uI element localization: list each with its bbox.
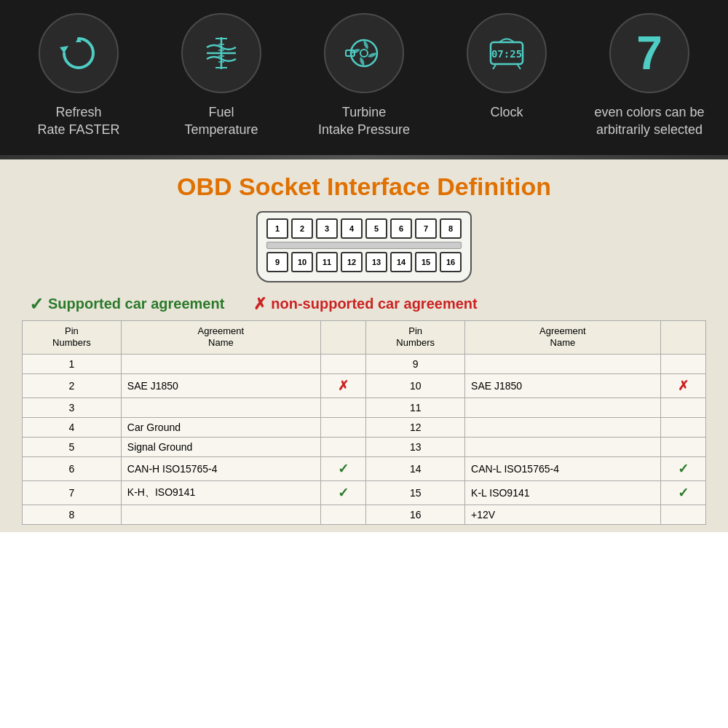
table-row: 7 K-H、ISO9141 ✓ 15 K-L ISO9141 ✓ bbox=[23, 481, 706, 505]
feature-refresh: RefreshRate FASTER bbox=[13, 13, 144, 139]
pin-right: 14 bbox=[366, 457, 465, 481]
x-icon: ✗ bbox=[338, 379, 349, 393]
supported-text: Supported car agreement bbox=[48, 296, 224, 312]
icon-left bbox=[320, 398, 365, 418]
table-row: 2 SAE J1850 ✗ 10 SAE J1850 ✗ bbox=[23, 374, 706, 398]
agreement-left: CAN-H ISO15765-4 bbox=[121, 457, 320, 481]
pin-8: 8 bbox=[440, 218, 462, 239]
top-section: RefreshRate FASTER FuelTemperature bbox=[0, 0, 728, 155]
feature-fuel-temp: FuelTemperature bbox=[156, 13, 287, 139]
check-icon: ✓ bbox=[678, 462, 689, 476]
icon-left: ✓ bbox=[320, 457, 365, 481]
svg-line-14 bbox=[493, 65, 496, 69]
pin-right: 16 bbox=[366, 505, 465, 525]
x-icon: ✗ bbox=[253, 295, 266, 314]
pin-table: PinNumbers AgreementName PinNumbers Agre… bbox=[22, 320, 706, 526]
fuel-label: FuelTemperature bbox=[184, 103, 258, 139]
agreement-right: K-L ISO9141 bbox=[465, 481, 661, 505]
fuel-icon bbox=[199, 31, 243, 75]
table-row: 6 CAN-H ISO15765-4 ✓ 14 CAN-L ISO15765-4… bbox=[23, 457, 706, 481]
svg-text:07:25: 07:25 bbox=[491, 48, 522, 60]
svg-marker-0 bbox=[60, 46, 68, 53]
pin-12: 12 bbox=[341, 252, 363, 272]
pin-2: 2 bbox=[291, 218, 313, 239]
pin-14: 14 bbox=[390, 252, 412, 272]
icon-right bbox=[660, 418, 705, 438]
pin-11: 11 bbox=[316, 252, 338, 272]
icon-right: ✓ bbox=[660, 481, 705, 505]
icon-left bbox=[320, 505, 365, 525]
pin-row-bottom: 9 10 11 12 13 14 15 16 bbox=[266, 252, 462, 272]
turbine-icon bbox=[342, 31, 386, 75]
refresh-label: RefreshRate FASTER bbox=[37, 103, 119, 139]
agreement-left bbox=[121, 398, 320, 418]
table-row: 1 9 bbox=[23, 355, 706, 374]
agreement-right bbox=[465, 355, 661, 374]
icon-right bbox=[660, 505, 705, 525]
col-agreement-name-right: AgreementName bbox=[465, 320, 661, 355]
icon-left bbox=[320, 418, 365, 438]
pin-6: 6 bbox=[390, 218, 412, 239]
agreement-right bbox=[465, 398, 661, 418]
icon-left: ✓ bbox=[320, 481, 365, 505]
pin-13: 13 bbox=[365, 252, 387, 272]
pin-left: 3 bbox=[23, 398, 122, 418]
pin-left: 7 bbox=[23, 481, 122, 505]
pin-left: 2 bbox=[23, 374, 122, 398]
agreement-labels: ✓ Supported car agreement ✗ non-supporte… bbox=[22, 294, 706, 314]
table-row: 8 16 +12V bbox=[23, 505, 706, 525]
colors-icon-circle: 7 bbox=[609, 13, 689, 93]
clock-icon-circle: 07:25 bbox=[467, 13, 547, 93]
check-icon: ✓ bbox=[29, 294, 44, 314]
colors-label: even colors can bearbitrarily selected bbox=[594, 103, 704, 139]
check-icon: ✓ bbox=[338, 486, 349, 500]
agreement-left: SAE J1850 bbox=[121, 374, 320, 398]
pin-7: 7 bbox=[415, 218, 437, 239]
pin-left: 1 bbox=[23, 355, 122, 374]
pin-4: 4 bbox=[341, 218, 363, 239]
icon-right bbox=[660, 355, 705, 374]
col-pin-numbers-left: PinNumbers bbox=[23, 320, 122, 355]
icon-right: ✗ bbox=[660, 374, 705, 398]
pin-right: 15 bbox=[366, 481, 465, 505]
agreement-right: SAE J1850 bbox=[465, 374, 661, 398]
pin-left: 5 bbox=[23, 438, 122, 457]
obd-connector-diagram: 1 2 3 4 5 6 7 8 9 10 11 12 13 14 15 16 bbox=[22, 211, 706, 282]
pin-right: 12 bbox=[366, 418, 465, 438]
pin-right: 13 bbox=[366, 438, 465, 457]
col-pin-numbers-right: PinNumbers bbox=[366, 320, 465, 355]
agreement-right: CAN-L ISO15765-4 bbox=[465, 457, 661, 481]
agreement-right: +12V bbox=[465, 505, 661, 525]
agreement-left: Car Ground bbox=[121, 418, 320, 438]
col-icon-left bbox=[320, 320, 365, 355]
pin-left: 4 bbox=[23, 418, 122, 438]
icon-right bbox=[660, 438, 705, 457]
turbine-label: TurbineIntake Pressure bbox=[318, 103, 410, 139]
feature-turbine: TurbineIntake Pressure bbox=[298, 13, 430, 139]
table-header-row: PinNumbers AgreementName PinNumbers Agre… bbox=[23, 320, 706, 355]
agreement-right bbox=[465, 438, 661, 457]
svg-point-10 bbox=[360, 50, 368, 57]
pin-table-body: 1 9 2 SAE J1850 ✗ 10 SAE J1850 ✗ 3 11 4 … bbox=[23, 355, 706, 525]
icon-left bbox=[320, 355, 365, 374]
bottom-section: OBD Socket Interface Definition 1 2 3 4 … bbox=[0, 159, 728, 533]
turbine-icon-circle bbox=[324, 13, 404, 93]
pin-1: 1 bbox=[266, 218, 288, 239]
refresh-icon bbox=[57, 31, 100, 75]
icon-right bbox=[660, 398, 705, 418]
agreement-right bbox=[465, 418, 661, 438]
non-supported-label: ✗ non-supported car agreement bbox=[253, 294, 477, 314]
feature-colors: 7 even colors can bearbitrarily selected bbox=[584, 13, 715, 139]
clock-label: Clock bbox=[490, 103, 523, 121]
pin-15: 15 bbox=[415, 252, 437, 272]
obd-title: OBD Socket Interface Definition bbox=[22, 173, 706, 201]
pin-right: 9 bbox=[366, 355, 465, 374]
number-seven: 7 bbox=[636, 26, 662, 80]
supported-label: ✓ Supported car agreement bbox=[29, 294, 224, 314]
col-agreement-name-left: AgreementName bbox=[121, 320, 320, 355]
pin-left: 6 bbox=[23, 457, 122, 481]
pin-10: 10 bbox=[291, 252, 313, 272]
pin-5: 5 bbox=[365, 218, 387, 239]
agreement-left: K-H、ISO9141 bbox=[121, 481, 320, 505]
pin-3: 3 bbox=[316, 218, 338, 239]
